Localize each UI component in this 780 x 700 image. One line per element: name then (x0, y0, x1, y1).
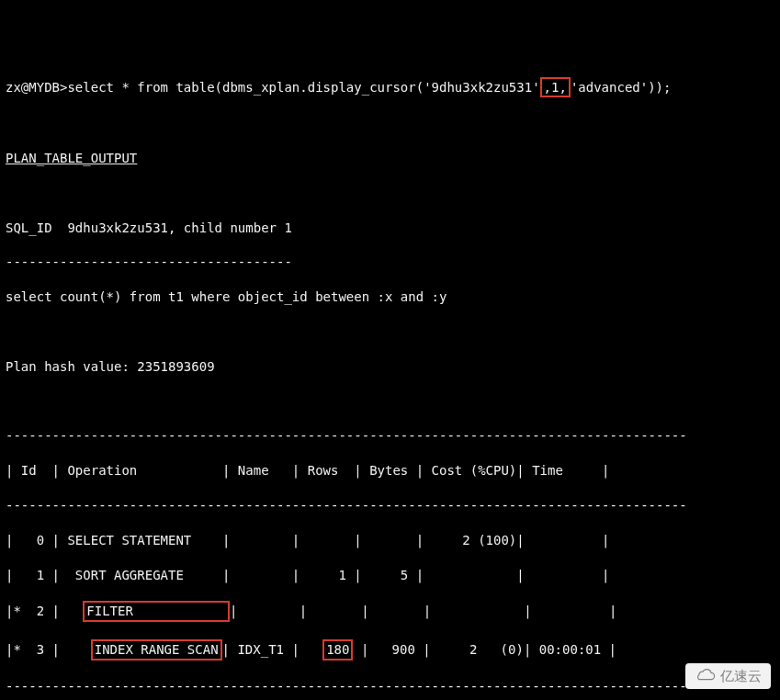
sql-id-line: SQL_ID 9dhu3xk2zu531, child number 1 (6, 220, 774, 237)
index-range-scan-highlight: INDEX RANGE SCAN (91, 639, 222, 660)
rows-180-highlight: 180 (322, 639, 353, 660)
table-row: |* 2 | FILTER | | | | | | (6, 601, 774, 622)
watermark: 亿速云 (685, 663, 771, 689)
table-sep: ----------------------------------------… (6, 497, 774, 514)
table-row: |* 3 | INDEX RANGE SCAN| IDX_T1 | 180 | … (6, 639, 774, 660)
blank (6, 323, 774, 341)
watermark-text: 亿速云 (720, 667, 762, 685)
prompt: zx@MYDB> (6, 80, 67, 95)
blank (6, 393, 774, 411)
blank (6, 185, 774, 202)
cmd-pre: select * from table(dbms_xplan.display_c… (67, 80, 539, 95)
plan-hash: Plan hash value: 2351893609 (6, 358, 774, 376)
plan-table-output-header: PLAN_TABLE_OUTPUT (6, 150, 774, 167)
table-row: | 0 | SELECT STATEMENT | | | | 2 (100)| … (6, 532, 774, 549)
blank (6, 115, 774, 132)
cmd-child-arg-highlight: ,1, (540, 77, 571, 98)
table-sep: ----------------------------------------… (6, 678, 774, 695)
table-row: | 1 | SORT AGGREGATE | | 1 | 5 | | | (6, 567, 774, 584)
table-header: | Id | Operation | Name | Rows | Bytes |… (6, 462, 774, 480)
command-line: zx@MYDB>select * from table(dbms_xplan.d… (6, 77, 774, 98)
filter-highlight: FILTER (83, 601, 230, 622)
query-text: select count(*) from t1 where object_id … (6, 288, 774, 306)
cloud-icon (695, 669, 717, 683)
sep: ------------------------------------- (6, 254, 774, 271)
cmd-post: 'advanced')); (571, 80, 672, 95)
table-sep: ----------------------------------------… (6, 427, 774, 445)
